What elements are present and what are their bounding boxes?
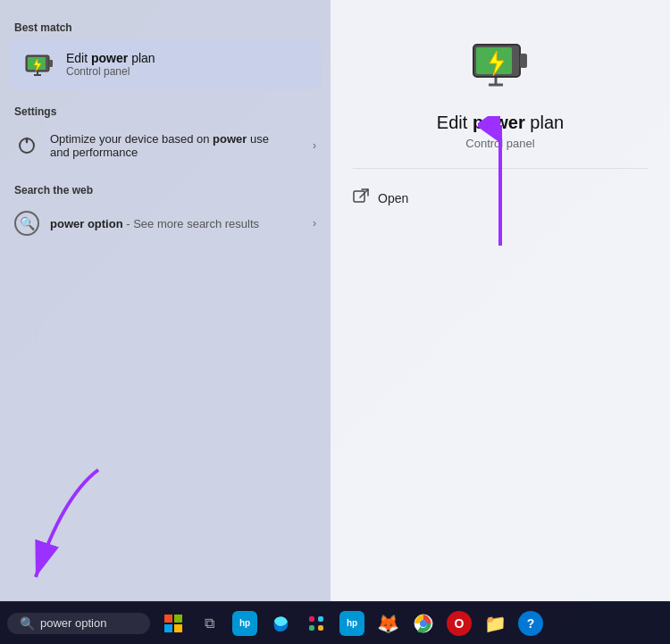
search-web-label: Search the web — [0, 177, 331, 202]
desktop: Best match Edit power — [0, 0, 670, 644]
right-battery-icon — [465, 27, 536, 98]
svg-point-29 — [421, 620, 427, 626]
taskbar-search-text: power option — [40, 616, 106, 630]
best-match-subtitle: Control panel — [66, 65, 155, 78]
right-panel: Edit power plan Control panel Open — [331, 0, 670, 601]
edge-browser-icon[interactable] — [264, 607, 297, 640]
battery-app-icon — [23, 48, 55, 80]
svg-rect-14 — [354, 191, 364, 202]
settings-chevron-icon: › — [313, 139, 316, 152]
opera-icon[interactable]: O — [443, 607, 475, 640]
svg-rect-1 — [49, 60, 53, 67]
svg-rect-23 — [309, 616, 314, 622]
hp-app-icon[interactable]: hp — [336, 607, 368, 640]
web-search-icon: 🔍 — [14, 211, 39, 236]
settings-section: Settings Optimize your device based on p… — [0, 98, 331, 168]
arrow-top-right — [478, 116, 523, 250]
start-button[interactable] — [157, 607, 189, 640]
settings-label: Settings — [0, 98, 331, 123]
taskbar-search-box[interactable]: 🔍 power option — [7, 613, 150, 634]
taskbar-search-icon: 🔍 — [20, 616, 35, 631]
svg-rect-24 — [318, 616, 323, 622]
web-chevron-icon: › — [313, 217, 316, 230]
taskbar: 🔍 power option ⧉ hp — [0, 601, 670, 644]
power-settings-icon — [14, 133, 39, 158]
arrow-bottom-left — [9, 461, 116, 595]
web-search-item[interactable]: 🔍 power option - See more search results… — [0, 202, 331, 245]
settings-item-text: Optimize your device based on power use … — [50, 132, 273, 159]
settings-item[interactable]: Optimize your device based on power use … — [0, 123, 331, 168]
web-search-text: power option - See more search results — [50, 217, 259, 230]
svg-rect-9 — [520, 54, 527, 68]
task-view-button[interactable]: ⧉ — [193, 607, 225, 640]
best-match-label: Best match — [0, 14, 331, 39]
svg-rect-19 — [164, 615, 172, 623]
best-match-text: Edit power plan Control panel — [66, 51, 155, 78]
chrome-icon[interactable] — [407, 607, 440, 640]
firefox-icon[interactable]: 🦊 — [372, 607, 404, 640]
help-icon[interactable]: ? — [515, 607, 547, 640]
svg-rect-22 — [174, 624, 182, 632]
file-manager-icon[interactable]: 📁 — [479, 607, 511, 640]
svg-rect-21 — [164, 624, 172, 632]
taskbar-icons: ⧉ hp — [157, 607, 670, 640]
open-label: Open — [378, 191, 408, 205]
open-icon — [353, 188, 369, 208]
hp-support-icon[interactable]: hp — [229, 607, 261, 640]
best-match-item[interactable]: Edit power plan Control panel — [9, 39, 322, 89]
svg-rect-25 — [309, 625, 314, 631]
best-match-title: Edit power plan — [66, 51, 155, 65]
svg-rect-20 — [174, 615, 182, 623]
web-section: Search the web 🔍 power option - See more… — [0, 177, 331, 245]
svg-rect-26 — [318, 625, 323, 631]
slack-icon[interactable] — [300, 607, 332, 640]
